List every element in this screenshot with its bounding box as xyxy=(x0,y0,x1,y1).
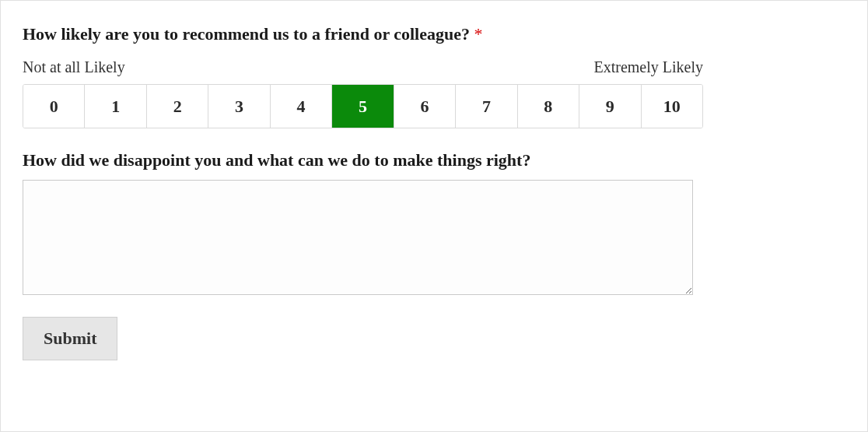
nps-option-6[interactable]: 6 xyxy=(394,85,456,128)
nps-option-3[interactable]: 3 xyxy=(208,85,270,128)
nps-question: How likely are you to recommend us to a … xyxy=(23,24,845,44)
required-asterisk: * xyxy=(474,24,483,44)
feedback-textarea[interactable] xyxy=(23,180,693,295)
nps-option-7[interactable]: 7 xyxy=(456,85,517,128)
nps-option-1[interactable]: 1 xyxy=(85,85,146,128)
nps-option-5[interactable]: 5 xyxy=(332,85,394,128)
nps-option-10[interactable]: 10 xyxy=(642,85,702,128)
submit-button[interactable]: Submit xyxy=(23,317,117,360)
nps-option-0[interactable]: 0 xyxy=(23,85,85,128)
followup-question: How did we disappoint you and what can w… xyxy=(23,150,845,170)
survey-form: How likely are you to recommend us to a … xyxy=(0,0,868,432)
nps-option-4[interactable]: 4 xyxy=(271,85,332,128)
nps-option-2[interactable]: 2 xyxy=(147,85,208,128)
nps-high-label: Extremely Likely xyxy=(593,58,703,76)
nps-scale: 0 1 2 3 4 5 6 7 8 9 10 xyxy=(23,84,703,128)
nps-option-8[interactable]: 8 xyxy=(518,85,579,128)
nps-option-9[interactable]: 9 xyxy=(579,85,641,128)
nps-scale-labels: Not at all Likely Extremely Likely xyxy=(23,58,703,76)
nps-low-label: Not at all Likely xyxy=(23,58,125,76)
nps-question-text: How likely are you to recommend us to a … xyxy=(23,24,470,44)
